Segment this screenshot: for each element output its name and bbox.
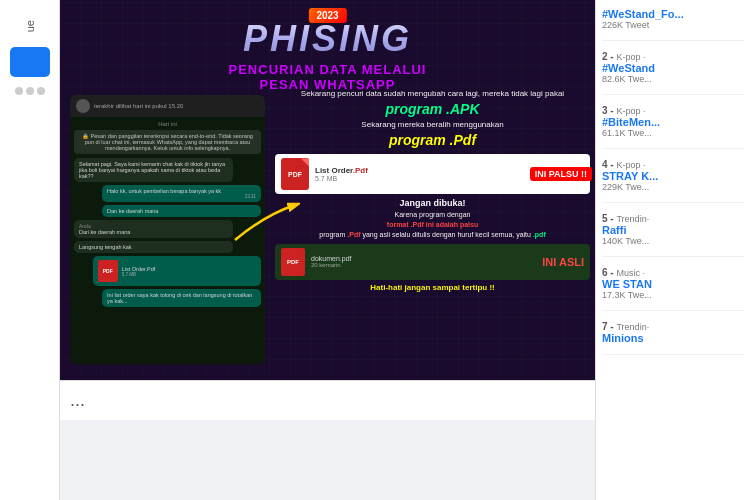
list-order-box: PDF List Order.Pdf 5.7 MB INI PALSU !! (275, 154, 590, 194)
chat-center-label: Hari ini (74, 121, 261, 127)
ini-asli-label: INI ASLI (542, 256, 584, 268)
info-text-2: Sekarang mereka beralih menggunakan (275, 119, 590, 130)
chat-bubble-1: Selamat pagi. Saya kami kemarin chat kak… (74, 158, 233, 182)
trending-item-1: 2 - K-pop · #WeStand 82.6K Twe... (602, 51, 744, 95)
sidebar-dots (15, 87, 45, 95)
chat-pdf-text: List Order.Pdf 5.7 MB (122, 266, 156, 277)
warning-text-2: format .Pdf ini adalah palsu (387, 221, 478, 228)
warning-text-3: program .Pdf yang asli selalu ditulis de… (319, 231, 545, 238)
main-content: 2023 PHISING PENCURIAN DATA MELALUI PESA… (60, 0, 595, 500)
trending-tag-1[interactable]: #WeStand (602, 62, 744, 74)
pdf-filename: List Order.Pdf (122, 266, 156, 272)
trending-item-4: 5 - Trendin· Raffi 140K Twe... (602, 213, 744, 257)
trending-tag-3[interactable]: STRAY K... (602, 170, 744, 182)
chat-bubble-4-text: Dari ke daerah mana (79, 229, 228, 235)
left-sidebar: ue (0, 0, 60, 500)
warning-text-1: Karena program dengan (395, 211, 471, 218)
dokumen-time: 20 kemarin (311, 262, 351, 268)
pdf-size: 5.7 MB (122, 272, 156, 277)
dokumen-asli-box: PDF dokumen.pdf 20 kemarin INI ASLI (275, 244, 590, 280)
trending-count-2: 61.1K Twe... (602, 128, 744, 138)
trending-item-6: 7 - Trendin· Minions (602, 321, 744, 355)
chat-pdf-bubble: PDF List Order.Pdf 5.7 MB (93, 256, 261, 286)
trending-num-2: 3 - K-pop · (602, 105, 744, 116)
trending-tag-2[interactable]: #BiteMen... (602, 116, 744, 128)
chat-header-time: terakhir dilihat hari ini pukul 15.20 (94, 103, 183, 109)
pdf-icon-red: PDF (281, 158, 309, 190)
trending-count-0: 226K Tweet (602, 20, 744, 30)
hati-hati-text: Hati-hati jangan sampai tertipu !! (275, 283, 590, 292)
subtitle-line1: PENCURIAN DATA MELALUI (229, 62, 427, 77)
info-highlight-2: program .Pdf (275, 132, 590, 148)
trending-item-2: 3 - K-pop · #BiteMen... 61.1K Twe... (602, 105, 744, 149)
trending-count-3: 229K Twe... (602, 182, 744, 192)
pdf-icon-chat: PDF (98, 260, 118, 282)
info-text-1: Sekarang pencuri data sudah mengubah car… (275, 88, 590, 99)
dokumen-filename: dokumen.pdf (311, 255, 351, 262)
sidebar-button[interactable] (10, 47, 50, 77)
phising-title: PHISING (243, 18, 412, 60)
trending-tag-5[interactable]: WE STAN (602, 278, 744, 290)
trending-count-1: 82.6K Twe... (602, 74, 744, 84)
chat-header: terakhir dilihat hari ini pukul 15.20 (70, 95, 265, 117)
pdf-ext: .Pdf (353, 166, 368, 175)
trending-num-1: 2 - K-pop · (602, 51, 744, 62)
pdf-icon-green: PDF (281, 248, 305, 276)
trending-count-5: 17.3K Twe... (602, 290, 744, 300)
list-order-title: List Order.Pdf (315, 166, 368, 175)
trending-item-0: #WeStand_Fo... 226K Tweet (602, 8, 744, 41)
warning-text: Karena program dengan format .Pdf ini ad… (275, 210, 590, 239)
trending-num-3: 4 - K-pop · (602, 159, 744, 170)
article-image: 2023 PHISING PENCURIAN DATA MELALUI PESA… (60, 0, 595, 380)
bottom-dots[interactable]: ... (70, 390, 85, 411)
trending-count-4: 140K Twe... (602, 236, 744, 246)
trending-tag-6[interactable]: Minions (602, 332, 744, 344)
trending-num-5: 6 - Music · (602, 267, 744, 278)
pdf-corner (301, 158, 309, 166)
trending-num-6: 7 - Trendin· (602, 321, 744, 332)
list-order-info: List Order.Pdf 5.7 MB (315, 166, 368, 182)
trending-tag-0[interactable]: #WeStand_Fo... (602, 8, 744, 20)
chat-avatar (76, 99, 90, 113)
sidebar-label: ue (24, 20, 36, 32)
trending-item-3: 4 - K-pop · STRAY K... 229K Twe... (602, 159, 744, 203)
ini-palsu-label: INI PALSU !! (530, 167, 592, 181)
chat-bubble-4: Anda Dari ke daerah mana (74, 220, 233, 238)
dokumen-text: dokumen.pdf 20 kemarin (311, 255, 351, 268)
list-order-size: 5.7 MB (315, 175, 368, 182)
chat-bubble-5: Langsung tengah kak (74, 241, 233, 253)
warning-box: Jangan dibuka! Karena program dengan for… (275, 198, 590, 291)
bottom-bar: ... (60, 380, 595, 420)
info-panel: Sekarang pencuri data sudah mengubah car… (275, 88, 590, 292)
chat-system-message: 🔒 Pesan dan panggilan terenkripsi secara… (74, 130, 261, 154)
trending-num-4: 5 - Trendin· (602, 213, 744, 224)
trending-tag-4[interactable]: Raffi (602, 224, 744, 236)
chat-bubble-caption: Ini list order saya kak tolong di cek da… (102, 289, 261, 307)
right-sidebar: #WeStand_Fo... 226K Tweet 2 - K-pop · #W… (595, 0, 750, 500)
trending-item-5: 6 - Music · WE STAN 17.3K Twe... (602, 267, 744, 311)
warning-title: Jangan dibuka! (275, 198, 590, 208)
info-highlight-1: program .APK (275, 101, 590, 117)
arrow-overlay (230, 195, 290, 235)
